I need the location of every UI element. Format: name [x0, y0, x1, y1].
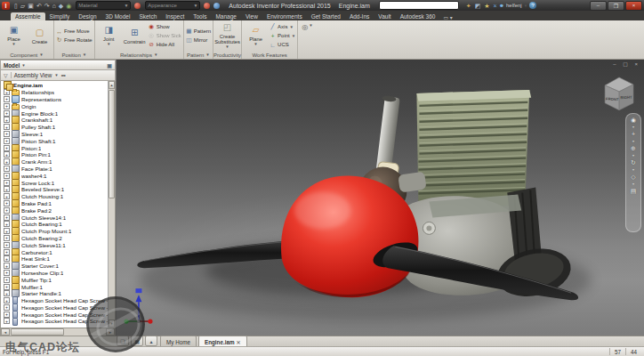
- expander-icon[interactable]: +: [4, 186, 10, 192]
- mirror-button[interactable]: ◫Mirror: [186, 36, 211, 44]
- full-navigation-wheel-icon[interactable]: ◉: [631, 117, 636, 124]
- create-substitutes-button[interactable]: ◰Create Substitutes▼: [215, 21, 239, 50]
- expander-icon[interactable]: +: [4, 249, 10, 255]
- expander-icon[interactable]: +: [4, 200, 10, 206]
- tab-inspect[interactable]: Inspect: [161, 12, 189, 20]
- joint-button[interactable]: ◨Joint▼: [97, 24, 121, 47]
- expander-icon[interactable]: +: [4, 304, 10, 311]
- new-file-icon[interactable]: ▯: [14, 2, 18, 10]
- undo-icon[interactable]: ↶: [36, 2, 42, 10]
- adjust-appearance-icon[interactable]: [204, 3, 210, 9]
- orbit-icon[interactable]: ↻: [631, 159, 636, 166]
- filter-icon[interactable]: ▽: [4, 72, 8, 78]
- ribbon-group-title[interactable]: Pattern▼: [184, 51, 213, 59]
- tab-environments[interactable]: Environments: [262, 12, 307, 20]
- tab-vault[interactable]: Vault: [374, 12, 395, 20]
- expander-icon[interactable]: +: [4, 158, 10, 165]
- show-button[interactable]: ◉Show: [149, 23, 181, 31]
- appearance-dropdown[interactable]: Appearance▼: [145, 1, 200, 10]
- vertical-scrollbar[interactable]: ▲ ▼: [108, 81, 115, 328]
- create-button[interactable]: ▢Create: [28, 27, 52, 44]
- tree-root-engine-iam[interactable]: Engine.iam: [1, 82, 108, 89]
- expander-icon[interactable]: +: [4, 318, 10, 324]
- tab-3d-model[interactable]: 3D Model: [101, 12, 135, 20]
- scroll-left-icon[interactable]: ◄: [1, 328, 10, 336]
- viewport-3d[interactable]: FRONT RIGHT – ▢ × ◉▾+▾⊕▾↻▾◇▾▤: [117, 60, 644, 336]
- save-icon[interactable]: ▣: [28, 2, 34, 10]
- document-window-controls[interactable]: – ▢ ×: [613, 61, 640, 67]
- sign-in-icon[interactable]: ◩: [475, 2, 481, 10]
- update-icon[interactable]: ◉: [66, 2, 71, 10]
- open-icon[interactable]: ▱: [20, 2, 25, 10]
- scrollbar-thumb[interactable]: [11, 328, 64, 336]
- expander-icon[interactable]: +: [4, 277, 10, 283]
- expander-icon[interactable]: +: [4, 96, 10, 102]
- free-rotate-button[interactable]: ↻Free Rotate: [56, 36, 93, 44]
- expander-icon[interactable]: +: [4, 138, 10, 144]
- expander-icon[interactable]: +: [4, 312, 10, 318]
- look-at-icon[interactable]: ◇: [631, 174, 635, 181]
- expander-icon[interactable]: +: [4, 235, 10, 241]
- expander-icon[interactable]: +: [4, 297, 10, 303]
- tab-sketch[interactable]: Sketch: [134, 12, 161, 20]
- plane-button[interactable]: ▱Plane▼: [244, 24, 268, 47]
- zoom-icon[interactable]: ⊕: [631, 145, 636, 152]
- assembly-view-selector[interactable]: Assembly View: [14, 72, 52, 78]
- adjust-material-icon[interactable]: [134, 3, 141, 9]
- expander-icon[interactable]: +: [4, 290, 10, 296]
- presentation-icon[interactable]: ▭ ▾: [443, 14, 452, 20]
- expander-icon[interactable]: +: [4, 166, 10, 172]
- minimize-button[interactable]: –: [590, 1, 607, 11]
- scrollbar-thumb[interactable]: [109, 90, 115, 198]
- tree-item-muffler-tip-1[interactable]: +Muffler Tip:1: [1, 276, 108, 283]
- point-button[interactable]: +Point▼: [270, 32, 295, 40]
- ribbon-group-title[interactable]: Position▼: [54, 51, 94, 59]
- expander-icon[interactable]: +: [4, 221, 10, 227]
- expander-icon[interactable]: +: [4, 207, 10, 214]
- expander-icon[interactable]: +: [4, 255, 10, 262]
- pattern-button[interactable]: ▦Pattern: [186, 28, 211, 36]
- home-icon[interactable]: ⌂: [52, 2, 56, 10]
- axis-button[interactable]: ╱Axis▼: [270, 23, 295, 31]
- ribbon-group-title[interactable]: Component▼: [0, 51, 53, 59]
- expander-icon[interactable]: +: [4, 180, 10, 186]
- sync-icon[interactable]: ×: [494, 2, 497, 10]
- expander-icon[interactable]: +: [4, 110, 10, 117]
- expand-tabs-icon[interactable]: ▴: [145, 336, 157, 346]
- return-icon[interactable]: ◆: [59, 2, 63, 10]
- expander-icon[interactable]: +: [4, 228, 10, 234]
- tree-item-brake-pad-2[interactable]: +Brake Pad:2: [1, 206, 108, 214]
- expander-icon[interactable]: +: [4, 131, 10, 137]
- tab-design[interactable]: Design: [74, 12, 101, 20]
- user-account-button[interactable]: ☻helfenj▼: [499, 3, 527, 8]
- expander-icon[interactable]: +: [4, 193, 10, 199]
- search-binoculars-icon[interactable]: ∞: [61, 72, 66, 78]
- expander-icon[interactable]: +: [4, 151, 10, 158]
- tab-assemble[interactable]: Assemble: [11, 12, 45, 20]
- tab-get-started[interactable]: Get Started: [307, 12, 345, 20]
- expander-icon[interactable]: +: [4, 173, 10, 179]
- expander-icon[interactable]: +: [4, 145, 10, 151]
- view-face-icon[interactable]: ▤: [631, 188, 637, 195]
- expander-icon[interactable]: +: [4, 214, 10, 221]
- browser-dock-icon[interactable]: ▣: [107, 62, 112, 69]
- expander-icon[interactable]: +: [4, 270, 10, 276]
- expander-icon[interactable]: +: [4, 117, 10, 123]
- expander-icon[interactable]: +: [4, 263, 10, 269]
- show-sick-button[interactable]: ◎Show Sick: [149, 32, 181, 40]
- wrench-icon[interactable]: ✦: [466, 2, 471, 10]
- scroll-up-icon[interactable]: ▲: [109, 81, 115, 89]
- tab-tools[interactable]: Tools: [189, 12, 211, 20]
- expander-icon[interactable]: +: [4, 124, 10, 130]
- place-button[interactable]: ▣Place▼: [2, 24, 26, 47]
- tab-simplify[interactable]: Simplify: [45, 12, 75, 20]
- favorites-star-icon[interactable]: ★: [484, 2, 489, 10]
- ribbon-group-title[interactable]: Relationships▼: [95, 51, 183, 59]
- tab-manage[interactable]: Manage: [211, 12, 241, 20]
- tab-autodesk-360[interactable]: Autodesk 360: [396, 12, 440, 20]
- tab-add-ins[interactable]: Add-Ins: [345, 12, 374, 20]
- tab-view[interactable]: View: [241, 12, 262, 20]
- restore-button[interactable]: ❐: [608, 1, 624, 11]
- redo-icon[interactable]: ↷: [44, 2, 50, 10]
- search-input[interactable]: [379, 1, 459, 10]
